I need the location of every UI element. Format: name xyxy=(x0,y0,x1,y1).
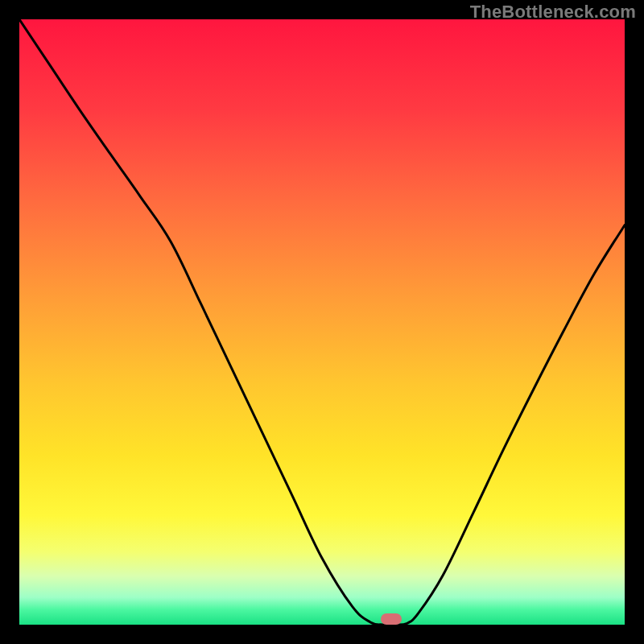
background-gradient xyxy=(19,19,625,625)
watermark-text: TheBottleneck.com xyxy=(470,2,636,23)
chart-frame: TheBottleneck.com xyxy=(0,0,644,644)
plot-area xyxy=(19,19,625,625)
svg-rect-0 xyxy=(19,19,625,625)
